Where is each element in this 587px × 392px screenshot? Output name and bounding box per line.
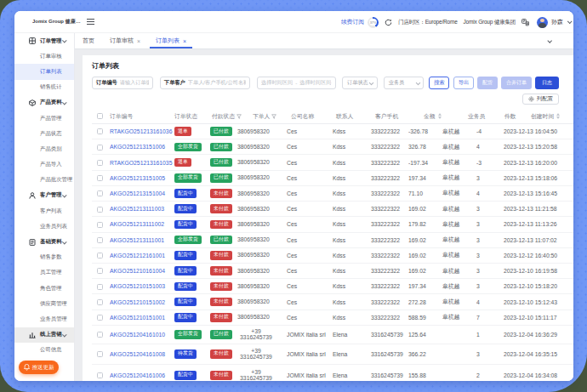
row-checkbox[interactable] — [97, 372, 103, 378]
order-status-select[interactable]: 订单状态 — [342, 77, 378, 89]
row-checkbox[interactable] — [97, 175, 103, 181]
salesman-select[interactable]: 业务员 — [384, 77, 425, 89]
refresh-icon[interactable] — [385, 19, 392, 26]
sidebar-item-5[interactable]: 产品管理 — [14, 111, 74, 126]
sidebar-item-group-13[interactable]: 基础资料 — [14, 234, 74, 249]
column-header-7[interactable]: 金额 — [424, 108, 442, 124]
order-no-link[interactable]: AKGO251210151002 — [110, 299, 174, 305]
row-checkbox[interactable] — [97, 253, 103, 258]
sidebar-item-17[interactable]: 供应商管理 — [14, 296, 74, 311]
order-no-link[interactable]: RTAKGO251213161035 — [110, 160, 174, 166]
order-no-link[interactable]: AKGO251204161008 — [110, 351, 174, 357]
sidebar-item-3[interactable]: 销售统计 — [14, 80, 74, 95]
user-name[interactable]: 孙森 — [551, 18, 563, 26]
row-checkbox[interactable] — [97, 160, 103, 166]
row-checkbox[interactable] — [97, 299, 103, 305]
contact-cell: Kdss — [333, 221, 371, 227]
sidebar-item-7[interactable]: 产品类别 — [14, 141, 74, 156]
row-checkbox[interactable] — [97, 315, 103, 321]
select-all-checkbox[interactable] — [97, 113, 103, 119]
org-name[interactable]: Jomix Group 健康集团 — [464, 19, 516, 26]
order-no-link[interactable]: AKGO251210151001 — [110, 315, 174, 321]
order-no-link[interactable]: AKGO251204161010 — [110, 332, 174, 338]
sidebar-item-label: 订单管理 — [40, 37, 62, 45]
order-no-link[interactable]: AKGO251210151003 — [110, 283, 174, 289]
sidebar-item-2[interactable]: 订单列表 — [14, 64, 74, 79]
order-no-link[interactable]: AKGO251213111003 — [110, 206, 174, 212]
salesman-cell: 章杭越 — [442, 236, 476, 244]
allocate-button[interactable]: 配货 — [477, 77, 498, 89]
order-no-input[interactable]: 订单编号 请输入订单编号 — [92, 77, 153, 89]
sort-icon[interactable] — [556, 113, 560, 119]
sidebar-item-group-0[interactable]: 订单管理 — [14, 33, 74, 48]
order-no-link[interactable]: AKGO251213151006 — [110, 144, 174, 150]
user-avatar[interactable] — [537, 17, 548, 28]
language-icon[interactable] — [521, 19, 529, 26]
order-no-link[interactable]: AKGO251210161004 — [110, 268, 174, 274]
sidebar-item-group-19[interactable]: 线上营销 — [14, 327, 74, 343]
created-cell: 2023-12-13 15:18:06 — [504, 175, 560, 181]
sidebar-item-20[interactable]: 公司信息 — [14, 343, 74, 358]
sidebar-item-12[interactable]: 业务员列表 — [14, 219, 74, 234]
column-header-3[interactable]: 下单人 — [253, 108, 276, 124]
customer-input[interactable]: 下单客户 下单人/客户手机/公司名称/联系人 — [160, 77, 250, 89]
order-no-link[interactable]: AKGO251213111002 — [110, 221, 174, 227]
renew-subscription-link[interactable]: 续费订阅 — [341, 18, 364, 26]
merge-orders-button[interactable]: 合并订单 — [501, 77, 532, 89]
row-checkbox[interactable] — [97, 237, 103, 243]
tab-0[interactable]: 首页 — [75, 33, 102, 48]
order-no-link[interactable]: AKGO251212161001 — [110, 253, 174, 258]
filter-icon[interactable] — [237, 114, 242, 119]
tab-1[interactable]: 订单审核× — [102, 33, 148, 48]
tab-2[interactable]: 订单列表× — [148, 33, 194, 48]
order-no-link[interactable]: RTAKGO251213161036 — [110, 128, 174, 134]
row-checkbox[interactable] — [97, 268, 103, 274]
sidebar-item-8[interactable]: 产品导入 — [14, 157, 74, 173]
sidebar-item-14[interactable]: 销售参数 — [14, 250, 74, 265]
sidebar-item-1[interactable]: 订单审核 — [14, 48, 74, 64]
log-button[interactable]: 日志 — [535, 77, 559, 89]
order-status-tag: 配货中 — [174, 282, 197, 292]
tab-label: 订单审核 — [110, 37, 134, 45]
sidebar-item-15[interactable]: 员工管理 — [14, 265, 74, 281]
row-checkbox[interactable] — [97, 190, 103, 196]
user-menu-chevron-icon[interactable] — [567, 19, 573, 24]
sidebar-item-18[interactable]: 业务员管理 — [14, 311, 74, 327]
sidebar-item-9[interactable]: 产品批次管理 — [14, 173, 74, 188]
order-no-link[interactable]: AKGO251213151004 — [110, 190, 174, 196]
column-header-2[interactable]: 付款状态 — [212, 108, 242, 124]
export-button[interactable]: 导出 — [453, 77, 474, 89]
close-icon[interactable]: × — [183, 38, 186, 44]
qty-cell: 4 — [476, 299, 504, 305]
row-checkbox[interactable] — [97, 332, 103, 338]
sidebar-item-group-4[interactable]: 产品资料 — [14, 95, 74, 111]
sidebar-item-16[interactable]: 角色管理 — [14, 281, 74, 296]
tab-list-chevron-icon[interactable] — [547, 38, 552, 43]
sidebar-item-11[interactable]: 客户列表 — [14, 203, 74, 219]
date-range-picker[interactable]: 选择时间区间 - 选择时间区间 — [257, 77, 336, 89]
phone-cell: 333222322 — [371, 299, 408, 305]
sort-icon[interactable] — [438, 113, 442, 119]
close-icon[interactable]: × — [137, 38, 140, 44]
search-button[interactable]: 搜索 — [429, 77, 449, 89]
row-checkbox[interactable] — [97, 222, 103, 228]
row-checkbox[interactable] — [97, 351, 103, 357]
order-no-link[interactable]: AKGO251213151005 — [110, 175, 174, 181]
order-no-link[interactable]: AKGO251204161006 — [110, 372, 174, 378]
row-checkbox[interactable] — [97, 284, 103, 290]
filter-icon[interactable] — [271, 114, 276, 119]
sidebar-item-group-10[interactable]: 客户管理 — [14, 188, 74, 203]
sidebar-collapse-icon[interactable] — [87, 19, 94, 25]
row-checkbox[interactable] — [97, 145, 103, 151]
company-cell: Ces — [287, 253, 333, 258]
created-cell: 2023-12-04 16:34:08 — [504, 372, 560, 378]
payment-status-tag: 未付款 — [210, 189, 232, 198]
order-no-link[interactable]: AKGO251213111001 — [110, 237, 174, 243]
sidebar-item-6[interactable]: 产品状态 — [14, 126, 74, 141]
row-checkbox[interactable] — [97, 207, 103, 213]
row-checkbox[interactable] — [97, 128, 103, 134]
column-config-button[interactable]: 列配置 — [522, 94, 559, 105]
order-status-tag: 配货中 — [174, 313, 197, 322]
column-header-10[interactable]: 创建时间 — [531, 108, 560, 124]
push-update-button[interactable]: 推送更新 — [19, 361, 59, 374]
